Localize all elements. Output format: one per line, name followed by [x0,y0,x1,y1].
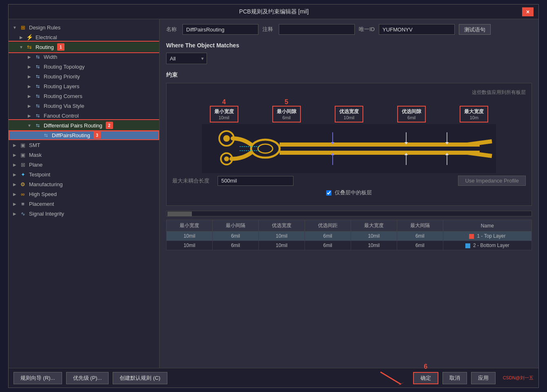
constraint-area: 这些数值应用到所有板层 4 最小宽度 10mil 5 最小间隙 [166,83,532,206]
badge-4-label: 4 [210,98,238,106]
confirm-button[interactable]: 确定 [413,372,438,384]
expand-arrow-design-rules: ▼ [12,24,18,30]
cell-maxw-2: 10mil [351,241,397,250]
topology-icon: ⇆ [34,63,41,70]
tree-item-routing-via-style[interactable]: ▶ ⇆ Routing Via Style [9,101,159,111]
label-min-gap: 5 最小间隙 6mil [272,98,301,122]
badge-1: 1 [57,43,64,51]
si-icon: ∿ [19,210,27,217]
impedance-button[interactable]: Use Impedance Profile [458,176,526,186]
cell-prefw-2: 10mil [258,241,305,250]
horizontal-scrollbar[interactable] [166,211,532,216]
th-max-gap: 最大间隔 [397,220,443,232]
table-row[interactable]: 10mil 6mil 10mil 6mil 10mil 6mil 2 - Bot… [167,241,532,250]
priority-icon: ⇆ [34,73,41,80]
red-arrow-icon [376,370,409,386]
tree-item-plane[interactable]: ▶ ⊠ Plane [9,160,159,169]
th-pref-width: 优选宽度 [258,220,305,232]
tree-item-routing-priority[interactable]: ▶ ⇆ Routing Priority [9,71,159,81]
tree-item-width[interactable]: ▶ ⇆ Width [9,52,159,62]
expand-arrow-si: ▶ [12,211,18,216]
max-width-box: 最大宽度 10m [460,106,488,122]
layer-table: 最小宽度 最小间隔 优选宽度 优选间距 最大宽度 最大间隔 Name 10mil… [166,220,532,250]
min-gap-box: 最小间隙 6mil [272,106,301,122]
badge-6: 6 [424,363,427,370]
layers-icon: ⇆ [34,82,41,90]
layer-checkbox[interactable] [326,190,331,196]
expand-arrow-plane: ▶ [12,162,18,167]
cell-minw-1: 10mil [167,232,213,241]
badge-3: 3 [93,131,101,139]
expand-arrow-placement: ▶ [12,201,18,207]
svg-point-2 [223,135,230,142]
tree-item-routing[interactable]: ▼ ⇆ Routing 1 [9,42,159,52]
svg-point-6 [258,144,273,153]
tree-item-diffpairsrouting[interactable]: ⇆ DiffPairsRouting 3 [9,130,159,140]
create-default-rules-button[interactable]: 创建默认规则 (C) [113,372,167,384]
manufacturing-icon: ⚙ [19,180,27,188]
tree-item-electrical[interactable]: ▶ ⚡ Electrical [9,32,159,42]
name-input[interactable] [182,24,258,35]
tree-item-routing-corners[interactable]: ▶ ⇆ Routing Corners [9,91,159,101]
cell-ming-1: 6mil [212,232,258,241]
folder-icon: ⊞ [19,24,27,31]
table-row[interactable]: 10mil 6mil 10mil 6mil 10mil 6mil 1 - Top… [167,232,532,241]
test-button[interactable]: 测试语句 [459,24,491,35]
diffpairs-icon: ⇆ [34,122,41,129]
tree-item-high-speed[interactable]: ▶ ∞ High Speed [9,189,159,199]
uncoupled-label: 最大未耦合长度 [172,177,209,185]
diffpr-icon: ⇆ [42,131,49,139]
cell-maxg-2: 6mil [397,241,443,250]
rules-wizard-button[interactable]: 规则向导 (R)... [13,372,62,384]
top-form-row: 名称 注释 唯一ID 测试语句 [166,24,532,35]
tree-item-fanout-control[interactable]: ▶ ⇆ Fanout Control [9,111,159,120]
testpoint-icon: ✦ [19,171,27,178]
tree-item-placement[interactable]: ▶ ≡ Placement [9,199,159,209]
uncoupled-input[interactable] [218,176,294,186]
unique-id-input[interactable] [379,24,455,35]
tree-item-testpoint[interactable]: ▶ ✦ Testpoint [9,169,159,179]
expand-arrow-priority: ▶ [27,74,32,79]
priority-button[interactable]: 优先级 (P)... [66,372,109,384]
th-max-width: 最大宽度 [351,220,397,232]
tree-item-smt[interactable]: ▶ ▣ SMT [9,140,159,150]
placement-icon: ≡ [19,200,27,207]
corners-icon: ⇆ [34,92,41,100]
th-min-gap: 最小间隔 [212,220,258,232]
tree-item-mask[interactable]: ▶ ▣ Mask [9,150,159,160]
width-icon: ⇆ [34,53,41,60]
cell-minw-2: 10mil [167,241,213,250]
cell-ming-2: 6mil [212,241,258,250]
where-section-title: Where The Object Matches [166,42,532,49]
unique-id-label: 唯一ID [359,26,375,33]
expand-arrow-corners: ▶ [27,93,32,99]
tree-item-signal-integrity[interactable]: ▶ ∿ Signal Integrity [9,209,159,218]
expand-arrow-via: ▶ [27,103,32,109]
label-max-width: 最大宽度 10m [460,106,488,122]
routing-icon: ⇆ [26,43,33,51]
tree-item-manufacturing[interactable]: ▶ ⚙ Manufacturing [9,179,159,189]
via-icon: ⇆ [34,102,41,109]
tree-item-routing-layers[interactable]: ▶ ⇆ Routing Layers [9,81,159,91]
tree-item-routing-topology[interactable]: ▶ ⇆ Routing Topology [9,62,159,71]
close-button[interactable]: × [522,7,534,16]
apply-button[interactable]: 应用 [471,372,496,384]
constraint-section-title: 约束 [166,71,532,79]
pref-gap-box: 优选间隙 6mil [397,106,426,122]
expand-arrow-smt: ▶ [12,142,18,148]
smt-icon: ▣ [19,141,27,149]
layer-checkbox-row: 仅叠层中的板层 [172,189,526,196]
tree-item-design-rules[interactable]: ▼ ⊞ Design Rules [9,22,159,32]
comment-input[interactable] [279,24,355,35]
diagram-labels-row: 4 最小宽度 10mil 5 最小间隙 6mil [172,98,526,124]
tree-item-diff-pairs[interactable]: ▼ ⇆ Differential Pairs Routing 2 [9,120,159,130]
label-pref-gap: 优选间隙 6mil [397,106,426,122]
window-title: PCB规则及约束编辑器 [mil] [26,8,522,16]
svg-rect-0 [202,124,496,173]
cancel-button[interactable]: 取消 [442,372,467,384]
expand-arrow-diffpairs: ▼ [27,122,32,128]
min-width-box: 最小宽度 10mil [210,106,238,122]
th-pref-gap: 优选间距 [305,220,351,232]
where-select[interactable]: All [166,53,207,64]
expand-arrow-fanout: ▶ [27,113,32,118]
